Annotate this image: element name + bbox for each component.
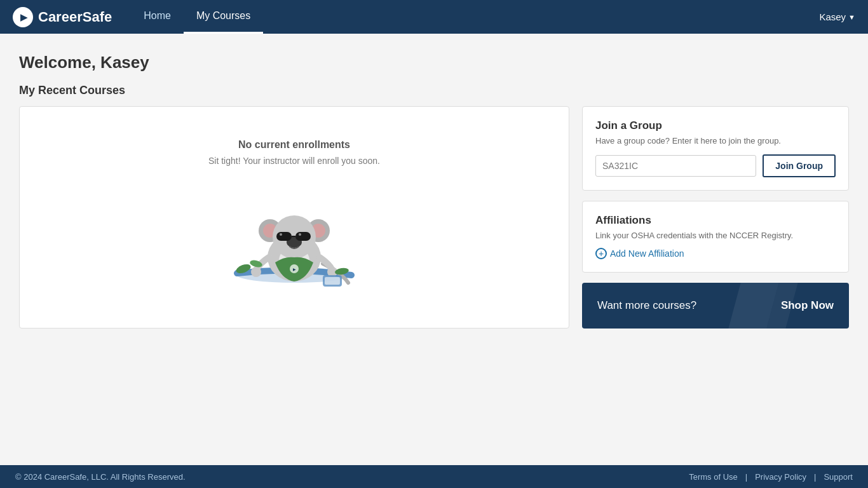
footer-support-link[interactable]: Support [824,472,853,482]
join-group-title: Join a Group [595,119,836,132]
group-code-input[interactable] [595,155,756,177]
join-group-button[interactable]: Join Group [763,154,836,177]
footer-privacy-link[interactable]: Privacy Policy [755,472,806,482]
shop-banner[interactable]: Want more courses? Shop Now [582,283,849,329]
footer-links: Terms of Use | Privacy Policy | Support [689,472,853,482]
join-group-card: Join a Group Have a group code? Enter it… [582,106,849,191]
brand-name: CareerSafe [38,9,112,25]
svg-text:▶: ▶ [293,268,296,271]
nav-my-courses[interactable]: My Courses [184,0,263,34]
content-grid: No current enrollments Sit tight! Your i… [19,106,849,329]
navbar-left: CareerSafe Home My Courses [13,0,263,34]
shop-now-button[interactable]: Shop Now [781,299,834,312]
join-group-row: Join Group [595,154,836,177]
section-title: My Recent Courses [19,84,849,97]
affiliations-title: Affiliations [595,214,836,227]
footer: © 2024 CareerSafe, LLC. All Rights Reser… [0,465,868,488]
footer-terms-link[interactable]: Terms of Use [689,472,738,482]
affiliations-desc: Link your OSHA credentials with the NCCE… [595,231,836,240]
koala-illustration: ▶ [224,181,364,295]
join-group-desc: Have a group code? Enter it here to join… [595,136,836,146]
add-affiliation-label: Add New Affiliation [610,248,684,259]
svg-point-12 [280,233,282,236]
footer-sep-2: | [814,472,816,482]
footer-copyright: © 2024 CareerSafe, LLC. All Rights Reser… [15,472,186,482]
plus-circle-icon: + [595,248,607,259]
add-affiliation-link[interactable]: + Add New Affiliation [595,248,836,259]
navbar: CareerSafe Home My Courses Kasey [0,0,868,34]
nav-links: Home My Courses [131,0,263,34]
main-content: Welcome, Kasey My Recent Courses No curr… [0,34,868,341]
nav-home[interactable]: Home [131,0,184,34]
svg-rect-9 [276,232,292,241]
affiliations-card: Affiliations Link your OSHA credentials … [582,201,849,273]
logo-icon [13,7,33,27]
no-enrollments-title: No current enrollments [238,139,350,151]
svg-point-16 [251,267,261,277]
svg-point-13 [299,233,301,236]
user-menu[interactable]: Kasey [819,11,855,22]
shop-left-text: Want more courses? [597,299,696,312]
right-panel: Join a Group Have a group code? Enter it… [582,106,849,329]
footer-sep-1: | [745,472,747,482]
welcome-title: Welcome, Kasey [19,53,849,72]
no-enrollments-sub: Sit tight! Your instructor will enroll y… [208,156,380,166]
logo[interactable]: CareerSafe [13,7,112,27]
svg-rect-22 [325,277,340,285]
svg-rect-10 [295,232,311,241]
recent-courses-panel: No current enrollments Sit tight! Your i… [19,106,569,329]
